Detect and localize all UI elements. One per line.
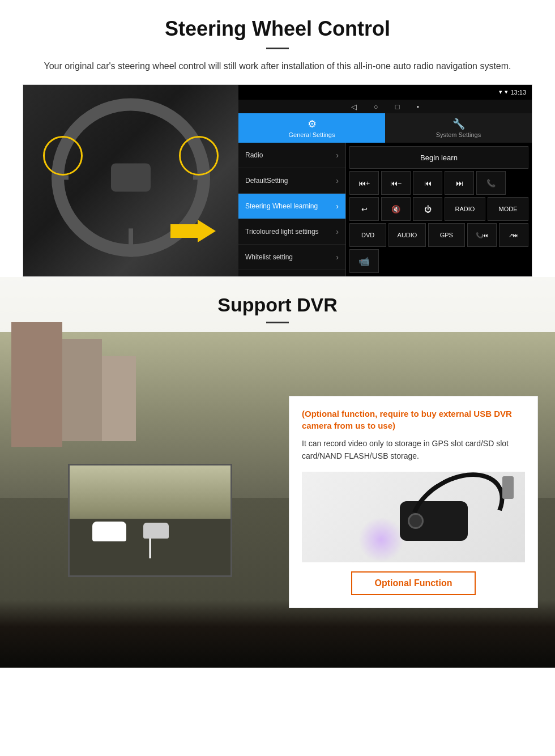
prev-icon: ⏮ bbox=[424, 179, 432, 187]
recents-nav-icon[interactable]: □ bbox=[395, 102, 400, 111]
android-screen: ▾ ▾ 13:13 ◁ ○ □ ▪ ⚙ General Settings � bbox=[238, 85, 532, 276]
menu-radio-label: Radio bbox=[245, 151, 263, 159]
tab-general-label: General Settings bbox=[289, 131, 335, 138]
controls-row-4: 📹 bbox=[349, 249, 528, 273]
controls-row-1: ⏮+ ⏮− ⏮ ⏭ 📞 bbox=[349, 171, 528, 195]
steering-wheel-photo bbox=[23, 85, 238, 276]
gear-icon: ⚙ bbox=[308, 118, 317, 130]
menu-arrow-icon: › bbox=[336, 253, 339, 262]
call-icon: 📞 bbox=[486, 179, 496, 187]
vol-plus-button[interactable]: ⏮+ bbox=[349, 171, 379, 195]
highlight-circle-right bbox=[179, 136, 219, 176]
dvr-optional-notice: (Optional function, require to buy exter… bbox=[302, 408, 525, 432]
next-icon: ⏭ bbox=[456, 179, 463, 187]
power-button[interactable]: ⏻ bbox=[413, 197, 442, 221]
building-2 bbox=[62, 339, 102, 441]
hangup-icon: ↩ bbox=[361, 205, 368, 213]
steering-controls: Begin learn ⏮+ ⏮− ⏮ ⏭ 📞 ↩ 🔇 ⏻ bbox=[346, 143, 532, 276]
wifi-icon: ▾ bbox=[505, 88, 508, 96]
highlight-circle-left bbox=[43, 136, 83, 176]
wheel-spoke-bottom bbox=[129, 228, 133, 257]
mode-button[interactable]: MODE bbox=[488, 197, 528, 221]
wheel-center-hub bbox=[111, 163, 151, 191]
menu-tricoloured-label: Tricoloured light settings bbox=[245, 228, 319, 236]
dvr-description: It can record video only to storage in G… bbox=[302, 437, 525, 463]
arrow-shape bbox=[170, 220, 216, 242]
dvd-button[interactable]: DVD bbox=[349, 223, 386, 247]
menu-default-label: DefaultSetting bbox=[245, 177, 288, 185]
menu-whitelist-label: Whitelist setting bbox=[245, 253, 293, 261]
vol-plus-icon: ⏮+ bbox=[358, 179, 370, 187]
tab-system-settings[interactable]: 🔧 System Settings bbox=[385, 113, 532, 143]
dvr-section: Support DVR (Optional function, require … bbox=[0, 277, 555, 668]
menu-item-steering-wheel[interactable]: Steering Wheel learning › bbox=[238, 194, 345, 219]
dvr-background: Support DVR (Optional function, require … bbox=[0, 277, 555, 668]
android-tabs: ⚙ General Settings 🔧 System Settings bbox=[238, 113, 532, 143]
screenshot-car-1 bbox=[92, 522, 126, 541]
menu-item-defaultsetting[interactable]: DefaultSetting › bbox=[238, 168, 345, 194]
screenshot-car-2 bbox=[143, 523, 169, 539]
wheel-spoke-left bbox=[52, 175, 69, 180]
steering-subtitle: Your original car's steering wheel contr… bbox=[37, 59, 518, 73]
menu-nav-icon[interactable]: ▪ bbox=[417, 102, 420, 111]
wheel-spoke-right bbox=[193, 175, 210, 180]
dvr-info-card: (Optional function, require to buy exter… bbox=[289, 396, 538, 608]
call-button[interactable]: 📞 bbox=[476, 171, 506, 195]
radio-button[interactable]: RADIO bbox=[445, 197, 485, 221]
begin-learn-row: Begin learn bbox=[349, 146, 528, 169]
dvr-record-button[interactable]: 📹 bbox=[349, 249, 379, 273]
dvr-usb-plug bbox=[502, 476, 514, 499]
statusbar-icons: ▾ ▾ 13:13 bbox=[499, 88, 526, 96]
settings-menu: Radio › DefaultSetting › Steering Wheel … bbox=[238, 143, 346, 276]
begin-learn-button[interactable]: Begin learn bbox=[349, 146, 528, 169]
menu-arrow-icon: › bbox=[336, 151, 339, 160]
mute-button[interactable]: 🔇 bbox=[381, 197, 411, 221]
car-dashboard bbox=[0, 600, 555, 668]
battery-icon: ▾ bbox=[499, 88, 502, 96]
next-track-button[interactable]: ⏭ bbox=[445, 171, 474, 195]
status-time: 13:13 bbox=[510, 89, 526, 96]
menu-item-radio[interactable]: Radio › bbox=[238, 143, 345, 168]
android-navbar: ◁ ○ □ ▪ bbox=[238, 100, 532, 113]
audio-button[interactable]: AUDIO bbox=[388, 223, 425, 247]
prev-call-button[interactable]: 📞⏮ bbox=[467, 223, 497, 247]
hangup-button[interactable]: ↩ bbox=[349, 197, 379, 221]
steering-title: Steering Wheel Control bbox=[23, 17, 532, 41]
dvr-light-effect bbox=[358, 517, 404, 562]
prev-track-button[interactable]: ⏮ bbox=[413, 171, 442, 195]
optional-function-button[interactable]: Optional Function bbox=[351, 571, 476, 595]
menu-arrow-icon: › bbox=[336, 202, 339, 211]
controls-row-3: DVD AUDIO GPS 📞⏮ ↗⏭ bbox=[349, 223, 528, 247]
dvr-product-image bbox=[302, 472, 525, 562]
building-3 bbox=[102, 356, 136, 441]
menu-steering-label: Steering Wheel learning bbox=[245, 202, 318, 210]
tab-system-label: System Settings bbox=[436, 131, 481, 138]
android-statusbar: ▾ ▾ 13:13 bbox=[238, 85, 532, 100]
home-nav-icon[interactable]: ○ bbox=[374, 102, 378, 111]
menu-arrow-icon: › bbox=[336, 227, 339, 236]
building-1 bbox=[11, 322, 62, 447]
power-icon: ⏻ bbox=[424, 205, 432, 213]
system-icon: 🔧 bbox=[452, 118, 465, 130]
next-skip-button[interactable]: ↗⏭ bbox=[499, 223, 528, 247]
arrow-indicator bbox=[170, 220, 227, 254]
android-content-area: Radio › DefaultSetting › Steering Wheel … bbox=[238, 143, 532, 276]
menu-item-tricoloured[interactable]: Tricoloured light settings › bbox=[238, 219, 345, 245]
menu-item-whitelist[interactable]: Whitelist setting › bbox=[238, 245, 345, 270]
vol-minus-icon: ⏮− bbox=[390, 179, 402, 187]
dvr-usb-cable bbox=[396, 472, 518, 562]
dvr-camera-screenshot bbox=[68, 464, 232, 577]
back-nav-icon[interactable]: ◁ bbox=[351, 102, 357, 111]
tab-general-settings[interactable]: ⚙ General Settings bbox=[238, 113, 385, 143]
title-divider bbox=[266, 48, 289, 49]
menu-arrow-icon: › bbox=[336, 176, 339, 185]
controls-row-2: ↩ 🔇 ⏻ RADIO MODE bbox=[349, 197, 528, 221]
mute-icon: 🔇 bbox=[391, 205, 400, 213]
vol-minus-button[interactable]: ⏮− bbox=[381, 171, 411, 195]
gps-button[interactable]: GPS bbox=[428, 223, 465, 247]
steering-section: Steering Wheel Control Your original car… bbox=[0, 0, 555, 277]
android-ui-mockup: ▾ ▾ 13:13 ◁ ○ □ ▪ ⚙ General Settings � bbox=[23, 84, 532, 277]
